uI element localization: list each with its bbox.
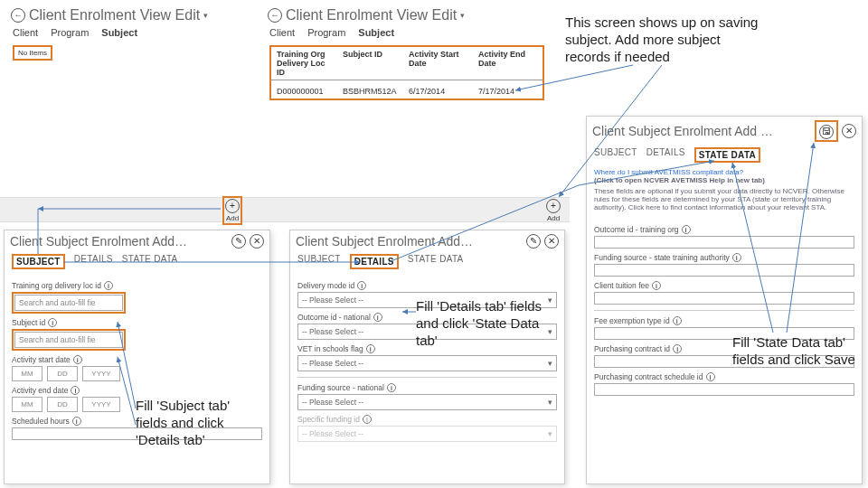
page-title: Client Subject Enrolment Add …: [592, 124, 811, 138]
tab-subject[interactable]: SUBJECT: [297, 254, 341, 269]
col-subject-id: Subject ID: [337, 47, 403, 80]
training-loc-input[interactable]: Search and auto-fill fie: [14, 295, 123, 311]
tab-program[interactable]: Program: [51, 27, 89, 38]
save-icon[interactable]: ✎: [231, 234, 246, 249]
edit-mini-tabs: Client Program Subject: [5, 25, 251, 42]
tab-subject[interactable]: Subject: [358, 27, 394, 38]
info-icon[interactable]: i: [673, 316, 682, 325]
vet-schools-select[interactable]: -- Please Select --▾: [297, 355, 557, 371]
tab-subject[interactable]: SUBJECT: [16, 257, 61, 267]
sub-tabs: SUBJECT DETAILS STATE DATA: [290, 250, 564, 273]
client-tuition-input[interactable]: [594, 292, 854, 305]
chevron-down-icon: ▾: [548, 398, 552, 407]
specific-funding-select: -- Please Select --▾: [297, 426, 557, 442]
info-icon[interactable]: i: [48, 318, 57, 327]
label-delivery-mode: Delivery mode idi: [297, 281, 557, 290]
help-box: Where do I submit AVETMISS compliant dat…: [587, 166, 862, 217]
label-funding-national: Funding source - nationali: [297, 383, 557, 392]
funding-state-input[interactable]: [594, 264, 854, 277]
tab-client[interactable]: Client: [269, 27, 295, 38]
label-funding-state: Funding source - state training authorit…: [594, 253, 854, 262]
sub-tabs: SUBJECT DETAILS STATE DATA: [5, 250, 269, 273]
chevron-down-icon[interactable]: ▾: [460, 11, 465, 20]
close-icon[interactable]: ✕: [250, 234, 264, 249]
annotation-state-data-tab: Fill 'State Data tab' fields and click S…: [732, 334, 859, 369]
tab-details[interactable]: DETAILS: [74, 254, 113, 269]
info-icon[interactable]: i: [732, 253, 741, 262]
close-icon[interactable]: ✕: [544, 234, 559, 249]
label-activity-end: Activity end datei: [12, 386, 262, 395]
cell-activity-end: 7/17/2014: [473, 84, 542, 99]
panel-title-row: Client Subject Enrolment Add … 🖫 ✕: [587, 117, 862, 144]
plus-icon[interactable]: +: [546, 199, 561, 213]
chevron-down-icon: ▾: [548, 359, 552, 368]
cell-training-org: D000000001: [271, 84, 337, 99]
tab-details[interactable]: DETAILS: [354, 257, 394, 267]
annotation-details-tab: Fill 'Details tab' fields and click 'Sta…: [416, 298, 561, 349]
info-icon[interactable]: i: [706, 372, 715, 381]
save-icon[interactable]: 🖫: [819, 125, 834, 139]
info-icon[interactable]: i: [104, 281, 113, 290]
plus-icon[interactable]: +: [225, 199, 240, 213]
panel-title-row: ← Client Enrolment View Edit ▾: [262, 4, 552, 25]
info-icon[interactable]: i: [366, 344, 375, 353]
month-input[interactable]: MM: [12, 397, 42, 412]
sub-tabs: SUBJECT DETAILS STATE DATA: [587, 144, 862, 166]
tab-state-data[interactable]: STATE DATA: [699, 150, 756, 160]
info-icon[interactable]: i: [373, 313, 382, 322]
panel-title-row: ← Client Enrolment View Edit ▾: [5, 4, 251, 25]
info-icon[interactable]: i: [682, 225, 691, 234]
help-link[interactable]: (Click to open NCVER AVETMISS Help in ne…: [594, 176, 854, 184]
tab-subject[interactable]: SUBJECT: [594, 147, 637, 163]
label-client-tuition: Client tuition feei: [594, 281, 854, 290]
tab-state-data[interactable]: STATE DATA: [408, 254, 464, 269]
label-training-loc: Training org delivery loc idi: [12, 281, 262, 290]
tab-state-data[interactable]: STATE DATA: [122, 254, 178, 269]
cell-activity-start: 6/17/2014: [403, 84, 473, 99]
outcome-training-input[interactable]: [594, 236, 854, 249]
tab-details[interactable]: DETAILS: [646, 147, 685, 163]
annotation-subject-tab: Fill 'Subject tab' fields and click 'Det…: [136, 398, 253, 448]
add-label: Add: [547, 214, 560, 222]
back-icon[interactable]: ←: [11, 8, 25, 23]
tab-subject[interactable]: Subject: [101, 27, 137, 38]
year-input[interactable]: YYYY: [82, 366, 120, 381]
info-icon[interactable]: i: [652, 281, 661, 290]
save-icon[interactable]: ✎: [526, 234, 541, 249]
tab-program[interactable]: Program: [307, 27, 345, 38]
subject-enrolment-add-details: Client Subject Enrolment Add… ✎ ✕ SUBJEC…: [289, 230, 565, 484]
label-subject-id: Subject idi: [12, 318, 262, 327]
annotation-top-right: This screen shows up on saving subject. …: [565, 14, 764, 65]
info-icon[interactable]: i: [387, 383, 396, 392]
purchasing-schedule-input[interactable]: [594, 383, 854, 396]
tab-client[interactable]: Client: [13, 27, 38, 38]
table-row[interactable]: D000000001 BSBHRM512A 6/17/2014 7/17/201…: [271, 80, 542, 99]
page-title: Client Subject Enrolment Add…: [10, 234, 228, 249]
subject-enrolment-add-state-data: Client Subject Enrolment Add … 🖫 ✕ SUBJE…: [586, 116, 863, 484]
day-input[interactable]: DD: [47, 366, 78, 381]
activity-start-date[interactable]: MM DD YYYY: [12, 366, 262, 381]
col-activity-end: Activity End Date: [473, 47, 542, 80]
info-icon[interactable]: i: [73, 355, 82, 364]
info-icon[interactable]: i: [363, 415, 372, 424]
add-bar-left: + Add: [0, 197, 251, 222]
funding-national-select[interactable]: -- Please Select --▾: [297, 394, 557, 410]
info-icon[interactable]: i: [673, 344, 682, 353]
chevron-down-icon[interactable]: ▾: [203, 11, 208, 20]
day-input[interactable]: DD: [47, 397, 78, 412]
panel-title-row: Client Subject Enrolment Add… ✎ ✕: [5, 230, 269, 250]
info-icon[interactable]: i: [72, 417, 81, 426]
back-icon[interactable]: ←: [268, 8, 282, 23]
close-icon[interactable]: ✕: [842, 124, 856, 138]
page-title: Client Enrolment View Edit: [286, 7, 457, 23]
month-input[interactable]: MM: [12, 366, 42, 381]
col-activity-start: Activity Start Date: [403, 47, 473, 80]
info-icon[interactable]: i: [357, 281, 366, 290]
col-training-org: Training Org Delivery Loc ID: [271, 47, 337, 80]
info-icon[interactable]: i: [71, 386, 80, 395]
year-input[interactable]: YYYY: [82, 397, 120, 412]
enrolment-edit-panel-empty: ← Client Enrolment View Edit ▾ Client Pr…: [5, 4, 251, 64]
label-fee-exemption: Fee exemption type idi: [594, 316, 854, 325]
subject-id-input[interactable]: Search and auto-fill fie: [14, 332, 123, 348]
help-question[interactable]: Where do I submit AVETMISS compliant dat…: [594, 168, 854, 176]
